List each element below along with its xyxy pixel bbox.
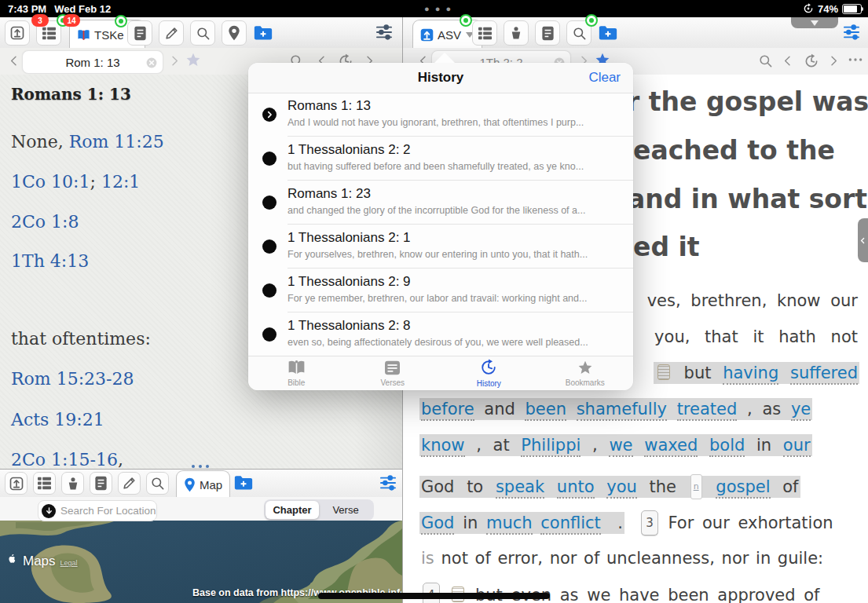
search-button[interactable] [146, 472, 169, 495]
strongs-word-link[interactable]: having [723, 364, 778, 385]
strongs-word-link[interactable]: speak [496, 477, 544, 499]
cross-reference-link[interactable]: Rom 11:25 [69, 132, 164, 152]
reference-field[interactable]: Rom 1: 13 [22, 50, 163, 74]
drawer-handle[interactable] [858, 218, 868, 262]
chevron-right-icon[interactable] [168, 53, 181, 68]
strongs-word-link[interactable]: you [606, 477, 637, 499]
strongs-word-link[interactable]: our [783, 436, 811, 457]
strongs-word-link[interactable]: gospel [716, 477, 770, 499]
cross-reference-link[interactable]: 1Th 4:13 [11, 251, 89, 271]
strongs-word-link[interactable]: ye [791, 400, 811, 421]
strongs-word-link[interactable]: God [421, 513, 454, 535]
strongs-word-link[interactable]: conflict [540, 513, 601, 535]
search-icon [150, 476, 165, 491]
add-tab-button[interactable] [596, 20, 620, 44]
home-indicator[interactable] [318, 593, 550, 599]
pane-resize-handle[interactable] [192, 465, 209, 468]
asv-badge-icon [420, 28, 434, 42]
maps-legal-link[interactable]: Legal [60, 559, 78, 567]
segment-verse[interactable]: Verse [319, 501, 372, 519]
add-tab-button[interactable] [251, 20, 275, 44]
document-button[interactable] [90, 472, 112, 495]
verse-number[interactable]: 3 [641, 510, 658, 535]
pane-settings-button[interactable] [840, 20, 863, 44]
popover-title: History [418, 70, 464, 86]
strongs-word-link[interactable]: suffered [790, 364, 858, 385]
cross-reference-link[interactable]: 2Co 1:15-16 [11, 450, 118, 470]
strongs-word-link[interactable]: we [609, 436, 632, 457]
strongs-word-link[interactable]: much [486, 513, 533, 535]
chevron-left-icon[interactable] [8, 53, 20, 68]
text-phrase: is not of error, nor of uncleanness, nor… [421, 549, 823, 568]
history-popover: History Clear Romans 1: 13And I would no… [248, 63, 633, 390]
list-badge: 3 [31, 14, 49, 27]
location-pin-icon [228, 25, 240, 41]
verse-list-button[interactable] [33, 472, 56, 495]
history-item[interactable]: 1 Thessalonians 2: 9For ye remember, bre… [248, 269, 633, 312]
chevron-right-icon[interactable] [827, 53, 840, 68]
verses-icon [384, 360, 401, 377]
strongs-word-link[interactable]: bold [709, 436, 745, 457]
asv-tab-label: ASV [438, 28, 461, 42]
podium-button[interactable] [61, 472, 84, 495]
history-icon[interactable] [804, 53, 819, 69]
history-item[interactable]: 1 Thessalonians 2: 8even so, being affec… [248, 312, 633, 356]
clear-circle-icon[interactable] [146, 57, 157, 68]
document-button[interactable] [127, 20, 152, 46]
search-icon[interactable] [758, 53, 773, 68]
popover-tab-bible[interactable]: Bible [248, 356, 345, 390]
verse-list-button[interactable] [472, 20, 497, 46]
strongs-word-link[interactable]: unto [557, 477, 595, 499]
cross-reference-link[interactable]: 12:1 [101, 172, 140, 192]
verse-text: in [756, 436, 771, 455]
verse-text: For our exhortation [668, 513, 833, 532]
podium-button[interactable] [504, 20, 529, 46]
bookmark-star-icon[interactable] [185, 52, 201, 68]
strongs-word-link[interactable]: before [421, 400, 474, 421]
cross-reference-link[interactable]: 2Co 1:8 [11, 212, 79, 232]
map-button[interactable] [222, 20, 247, 46]
notes-button[interactable] [118, 472, 141, 495]
cross-reference-link[interactable]: Acts 19:21 [11, 410, 104, 429]
location-search-input[interactable]: Search For Location [38, 500, 157, 521]
popover-tab-bookmarks[interactable]: Bookmarks [537, 356, 634, 390]
tab-map[interactable]: Map [176, 470, 230, 498]
history-item[interactable]: Romans 1: 13And I would not have you ign… [248, 93, 633, 137]
upload-book-button[interactable] [5, 472, 27, 495]
cross-reference-link[interactable]: 1Co 10:1 [11, 172, 90, 192]
tsk-scroll-icon[interactable] [657, 364, 670, 380]
strongs-word-link[interactable]: Philippi [521, 436, 580, 457]
tsk-text: None, [11, 132, 69, 152]
pane-divider-horizontal[interactable] [0, 469, 402, 470]
clear-history-button[interactable]: Clear [588, 70, 621, 86]
more-dots-icon[interactable] [848, 57, 863, 63]
strongs-word-link[interactable]: shamefully [577, 400, 667, 421]
history-item[interactable]: 1 Thessalonians 2: 1For yourselves, bret… [248, 225, 633, 269]
history-item[interactable]: Romans 1: 23and changed the glory of the… [248, 181, 633, 225]
history-item[interactable]: 1 Thessalonians 2: 2but having suffered … [248, 137, 633, 181]
strongs-word-link[interactable]: know [421, 436, 465, 457]
strongs-word-link[interactable]: treated [677, 400, 738, 421]
chevron-left-icon[interactable] [782, 53, 794, 68]
history-item-snippet: And I would not have you ignorant, breth… [288, 117, 627, 128]
strongs-word-link[interactable]: waxed [644, 436, 698, 457]
add-tab-button[interactable] [233, 472, 254, 493]
history-item-title: 1 Thessalonians 2: 8 [288, 318, 411, 334]
popover-tab-verses[interactable]: Verses [345, 356, 441, 390]
highlighted-phrase: but having suffered [655, 364, 858, 382]
footnote-marker[interactable]: n [690, 474, 702, 499]
cross-reference-link[interactable]: Rom 15:23-28 [11, 369, 134, 389]
strongs-word-link[interactable]: been [525, 400, 566, 421]
document-button[interactable] [535, 20, 560, 46]
popover-tab-history[interactable]: History [441, 356, 537, 390]
pane-settings-button[interactable] [377, 472, 398, 493]
pane-settings-button[interactable] [372, 20, 396, 44]
text-phrase: 3 For our exhortation [639, 513, 833, 532]
pull-down-handle[interactable] [791, 17, 838, 28]
search-button[interactable] [190, 20, 215, 46]
segment-chapter[interactable]: Chapter [266, 501, 319, 519]
sliders-icon [843, 24, 860, 40]
notes-button[interactable] [159, 20, 184, 46]
upload-book-button[interactable] [5, 20, 30, 46]
download-circle-icon[interactable] [42, 504, 56, 518]
